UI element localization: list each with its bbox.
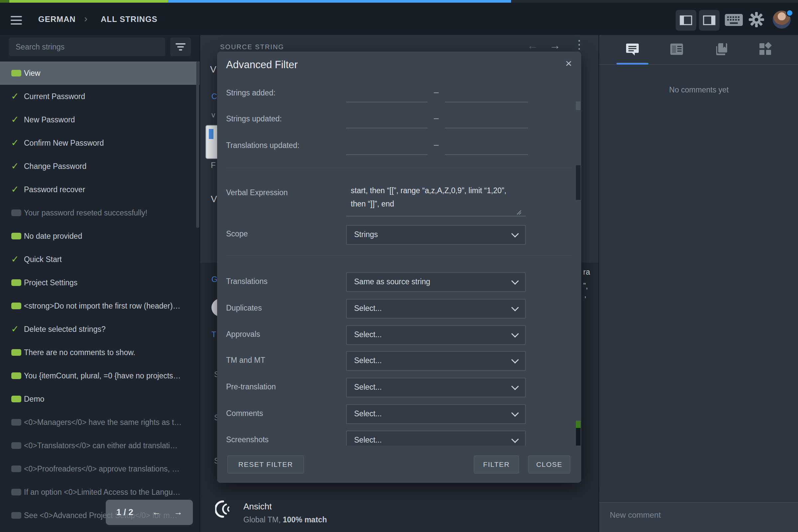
bg-text-fragment: ra (583, 268, 590, 277)
tab-translation-memory[interactable] (703, 35, 740, 63)
filter-select-duplicates[interactable]: Select... (346, 299, 526, 319)
next-page-button[interactable]: → (174, 507, 183, 517)
string-menu-button[interactable]: ⋮ (573, 38, 585, 52)
bg-text-fragment: ”, (583, 282, 588, 291)
list-item[interactable]: Demo (0, 387, 200, 411)
keyboard-icon (725, 14, 743, 26)
list-item[interactable]: There are no comments to show. (0, 341, 200, 364)
filter-label-translations: Translations (226, 277, 267, 286)
chevron-down-icon (511, 436, 519, 443)
string-label: <0>Proofreaders</0> approve translations… (24, 464, 194, 474)
tm-suggestion-row[interactable]: Ansicht Global TM, 100% match (200, 495, 599, 532)
date-from-input[interactable] (346, 128, 428, 128)
bg-form-fragment: F (211, 160, 216, 170)
date-from-input[interactable] (346, 154, 428, 155)
list-item[interactable]: ✓Confirm New Password (0, 131, 200, 155)
string-label: Delete selected strings? (24, 325, 194, 334)
modal-scrollbar-thumb[interactable] (576, 101, 581, 110)
progress-segment-approved (0, 0, 9, 3)
scope-select[interactable]: Strings (346, 225, 526, 245)
list-item[interactable]: You {itemCount, plural, =0 {have no proj… (0, 364, 200, 387)
string-label: <strong>Do not import the first row (hea… (24, 302, 194, 310)
next-arrow-icon: → (174, 507, 183, 517)
tab-apps[interactable] (747, 35, 784, 63)
translated-square-icon (11, 233, 21, 240)
list-item[interactable]: No date provided (0, 225, 200, 248)
date-row-label: Strings added: (226, 89, 275, 97)
filter-toggle-button[interactable] (170, 38, 191, 56)
range-dash: – (431, 113, 441, 124)
chevron-down-icon (511, 230, 519, 238)
back-arrow-icon: ← (527, 39, 538, 52)
bg-translation-fragment: V (211, 194, 217, 205)
bg-source-text-fragment: V (210, 64, 216, 75)
next-string-button[interactable]: → (549, 39, 560, 52)
new-comment-input[interactable] (609, 510, 783, 520)
modal-close-button[interactable]: × (565, 58, 572, 69)
breadcrumb-section[interactable]: ALL STRINGS (101, 15, 158, 24)
tab-context-info[interactable] (658, 35, 695, 63)
tm-book-icon (714, 42, 728, 56)
approved-check-icon: ✓ (10, 255, 20, 264)
list-item[interactable]: ✓Current Password (0, 85, 200, 108)
string-label: Quick Start (24, 255, 194, 264)
verbal-expression-textarea[interactable]: start, then “[[”, range “a,z,A,Z,0,9”, l… (351, 184, 510, 210)
keyboard-shortcuts-button[interactable] (725, 14, 743, 27)
modal-scrollbar-marker (576, 421, 581, 428)
search-box (9, 38, 165, 56)
resize-handle-icon[interactable] (516, 209, 522, 216)
tab-comments[interactable] (614, 35, 651, 63)
string-list: View✓Current Password✓New Password✓Confi… (0, 61, 200, 527)
untranslated-square-icon (11, 209, 21, 216)
list-item[interactable]: ✓Delete selected strings? (0, 318, 200, 341)
page-indicator: 1 / 2 (116, 507, 133, 517)
select-value: Select... (354, 436, 382, 444)
filter-select-translations[interactable]: Same as source string (346, 272, 526, 292)
list-item[interactable]: Project Settings (0, 271, 200, 294)
filter-select-tm-and-mt[interactable]: Select... (346, 351, 526, 371)
tm-match: 100% match (283, 515, 327, 524)
date-to-input[interactable] (445, 102, 528, 102)
string-label: If an option <0>Limited Access to the La… (24, 488, 194, 497)
list-item[interactable]: View (0, 61, 200, 85)
list-item[interactable]: <0>Translators</0> can either add transl… (0, 434, 200, 457)
list-item[interactable]: ✓Change Password (0, 155, 200, 178)
filter-button[interactable]: FILTER (474, 456, 519, 474)
list-item[interactable]: ✓New Password (0, 108, 200, 131)
filter-label-tm-and-mt: TM and MT (226, 356, 265, 365)
filter-label-screenshots: Screenshots (226, 435, 269, 444)
bg-tm-tab-fragment: T (211, 330, 216, 339)
filter-select-comments[interactable]: Select... (346, 404, 526, 424)
list-item[interactable]: ✓Quick Start (0, 248, 200, 271)
date-from-input[interactable] (346, 102, 428, 102)
tm-globe-icon (215, 500, 232, 519)
prev-page-button[interactable]: ← (152, 507, 161, 517)
list-item[interactable]: <strong>Do not import the first row (hea… (0, 294, 200, 318)
panel-right-toggle-button[interactable] (699, 10, 720, 31)
modal-scrollbar-thumb[interactable] (576, 165, 581, 200)
modal-footer: RESET FILTER FILTER CLOSE (217, 445, 581, 483)
breadcrumb-project[interactable]: GERMAN (38, 15, 76, 24)
search-input[interactable] (9, 38, 165, 56)
close-button[interactable]: CLOSE (528, 456, 570, 474)
list-item[interactable]: <0>Managers</0> have the same rights as … (0, 411, 200, 434)
settings-button[interactable] (749, 12, 764, 28)
sidebar-scrollbar[interactable] (196, 61, 199, 228)
list-item[interactable]: <0>Proofreaders</0> approve translations… (0, 457, 200, 480)
hamburger-menu-button[interactable] (11, 16, 22, 25)
string-label: Your password reseted successfully! (24, 208, 194, 217)
range-dash: – (431, 87, 441, 97)
filter-select-approvals[interactable]: Select... (346, 325, 526, 345)
reset-filter-button[interactable]: RESET FILTER (227, 456, 304, 474)
list-item[interactable]: ✓Password recover (0, 178, 200, 201)
previous-string-button[interactable]: ← (527, 39, 538, 52)
close-icon: × (565, 57, 572, 70)
select-value: Select... (354, 304, 382, 313)
list-item[interactable]: Your password reseted successfully! (0, 201, 200, 225)
date-to-input[interactable] (445, 128, 528, 128)
sidebar: View✓Current Password✓New Password✓Confi… (0, 35, 200, 532)
date-to-input[interactable] (445, 154, 528, 155)
approved-check-icon: ✓ (10, 185, 20, 194)
filter-select-pre-translation[interactable]: Select... (346, 378, 526, 397)
panel-left-toggle-button[interactable] (676, 10, 696, 31)
